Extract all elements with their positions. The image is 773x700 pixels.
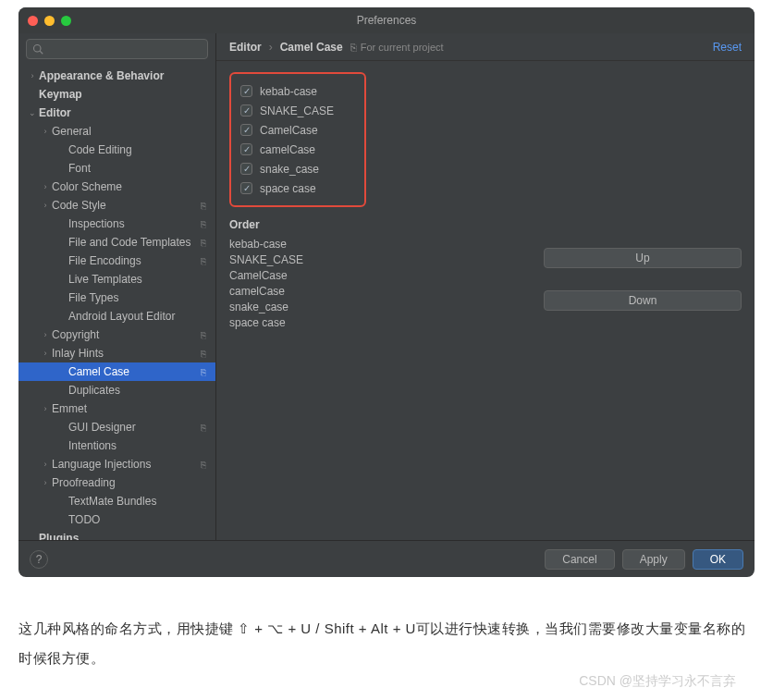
content: ›Appearance & BehaviorKeymap⌄Editor›Gene… <box>18 33 755 540</box>
tree-item[interactable]: File Encodings⎘ <box>18 252 215 270</box>
case-checkboxes: ✓kebab-case✓SNAKE_CASE✓CamelCase✓camelCa… <box>229 72 366 207</box>
order-heading: Order <box>229 218 742 231</box>
checkbox[interactable]: ✓ <box>240 124 252 136</box>
chevron-icon: ⌄ <box>26 108 39 117</box>
down-button[interactable]: Down <box>544 290 742 311</box>
watermark: CSDN @坚持学习永不言弃 <box>579 673 736 690</box>
checkbox-row[interactable]: ✓camelCase <box>240 140 355 159</box>
tree-item[interactable]: ›Copyright⎘ <box>18 325 215 344</box>
chevron-right-icon: › <box>269 41 273 54</box>
order-item[interactable]: SNAKE_CASE <box>229 252 525 268</box>
project-scope-icon: ⎘ <box>197 254 210 267</box>
tree-item[interactable]: Android Layout Editor <box>18 307 215 325</box>
sidebar: ›Appearance & BehaviorKeymap⌄Editor›Gene… <box>18 33 216 540</box>
apply-button[interactable]: Apply <box>622 549 685 570</box>
order-item[interactable]: snake_case <box>229 300 525 315</box>
project-scope-icon: ⎘ <box>197 217 210 230</box>
tree-item[interactable]: Font <box>18 159 215 178</box>
checkbox-row[interactable]: ✓kebab-case <box>240 81 355 101</box>
tree-item[interactable]: ⌄Editor <box>18 104 215 122</box>
project-scope-icon: ⎘ <box>197 421 210 434</box>
chevron-icon: › <box>39 182 52 191</box>
checkbox[interactable]: ✓ <box>240 85 252 97</box>
chevron-icon: › <box>39 460 52 469</box>
checkbox[interactable]: ✓ <box>240 182 252 194</box>
close-icon[interactable] <box>28 16 38 26</box>
tree-item[interactable]: ›Code Style⎘ <box>18 196 215 215</box>
checkbox[interactable]: ✓ <box>240 143 252 155</box>
window-title: Preferences <box>357 14 417 27</box>
tree-item[interactable]: TextMate Bundles <box>18 492 215 510</box>
checkbox-row[interactable]: ✓snake_case <box>240 159 355 178</box>
tree-label: Android Layout Editor <box>68 310 215 323</box>
search-box[interactable] <box>26 39 208 59</box>
tree-label: File Encodings <box>68 254 197 267</box>
tree-item[interactable]: Camel Case⎘ <box>18 362 215 381</box>
search-input[interactable] <box>49 43 202 55</box>
tree-label: Emmet <box>52 402 215 415</box>
tree-item[interactable]: ›General <box>18 122 215 141</box>
breadcrumb-leaf: Camel Case <box>280 41 343 54</box>
checkbox[interactable]: ✓ <box>240 104 252 117</box>
tree-item[interactable]: TODO <box>18 510 215 529</box>
project-scope-icon: ⎘ <box>197 328 210 341</box>
tree-item[interactable]: Keymap <box>18 85 215 104</box>
checkbox[interactable]: ✓ <box>240 163 252 175</box>
scope-badge: ⎘ For current project <box>350 42 444 53</box>
tree-item[interactable]: ›Appearance & Behavior <box>18 67 215 85</box>
tree-label: Language Injections <box>52 458 197 471</box>
help-button[interactable]: ? <box>30 550 48 569</box>
tree-item[interactable]: ›Proofreading <box>18 473 215 492</box>
tree-label: Appearance & Behavior <box>39 69 215 82</box>
tree-label: Camel Case <box>68 365 197 378</box>
tree-item[interactable]: Inspections⎘ <box>18 215 215 233</box>
chevron-icon: › <box>26 71 39 80</box>
cancel-button[interactable]: Cancel <box>545 549 614 570</box>
checkbox-row[interactable]: ✓CamelCase <box>240 120 355 140</box>
tree-label: Code Style <box>52 199 197 212</box>
tree-item[interactable]: ›Inlay Hints⎘ <box>18 344 215 362</box>
tree-label: File Types <box>68 291 215 304</box>
tree-label: Duplicates <box>68 384 215 397</box>
tree-item[interactable]: Live Templates <box>18 270 215 289</box>
settings-panel: ✓kebab-case✓SNAKE_CASE✓CamelCase✓camelCa… <box>216 61 755 540</box>
tree-item[interactable]: ›Language Injections⎘ <box>18 455 215 473</box>
tree-item[interactable]: Code Editing <box>18 141 215 159</box>
copy-icon: ⎘ <box>350 42 357 53</box>
tree-label: Color Scheme <box>52 180 215 193</box>
tree-item[interactable]: Intentions <box>18 436 215 455</box>
checkbox-row[interactable]: ✓space case <box>240 178 355 198</box>
up-button[interactable]: Up <box>544 248 742 268</box>
tree-item[interactable]: File and Code Templates⎘ <box>18 233 215 252</box>
project-scope-icon: ⎘ <box>197 458 210 471</box>
project-scope-icon: ⎘ <box>197 365 210 378</box>
reset-link[interactable]: Reset <box>713 41 742 54</box>
titlebar: Preferences <box>18 7 755 33</box>
checkbox-row[interactable]: ✓SNAKE_CASE <box>240 101 355 120</box>
order-buttons: Up Down <box>544 248 742 311</box>
order-section: kebab-caseSNAKE_CASECamelCasecamelCasesn… <box>229 237 742 331</box>
tree-label: TextMate Bundles <box>68 495 215 508</box>
tree-item[interactable]: File Types <box>18 289 215 307</box>
order-list[interactable]: kebab-caseSNAKE_CASECamelCasecamelCasesn… <box>229 237 525 331</box>
tree-label: Keymap <box>39 88 215 101</box>
ok-button[interactable]: OK <box>693 549 743 570</box>
order-item[interactable]: kebab-case <box>229 237 525 252</box>
minimize-icon[interactable] <box>44 16 55 26</box>
tree-item[interactable]: ›Color Scheme <box>18 178 215 196</box>
order-item[interactable]: space case <box>229 315 525 331</box>
tree-label: General <box>52 125 215 138</box>
order-item[interactable]: CamelCase <box>229 268 525 284</box>
tree-item[interactable]: ›Emmet <box>18 399 215 418</box>
search-icon <box>32 43 43 55</box>
tree-label: GUI Designer <box>68 421 197 434</box>
settings-tree: ›Appearance & BehaviorKeymap⌄Editor›Gene… <box>18 65 215 540</box>
checkbox-label: space case <box>260 182 316 195</box>
tree-item[interactable]: GUI Designer⎘ <box>18 418 215 436</box>
tree-item[interactable]: Duplicates <box>18 381 215 399</box>
chevron-icon: › <box>39 478 52 487</box>
article-text: 这几种风格的命名方式，用快捷键 ⇧ + ⌥ + U / Shift + Alt … <box>18 614 755 672</box>
tree-item[interactable]: Plugins <box>18 529 215 540</box>
zoom-icon[interactable] <box>61 16 71 26</box>
order-item[interactable]: camelCase <box>229 284 525 300</box>
